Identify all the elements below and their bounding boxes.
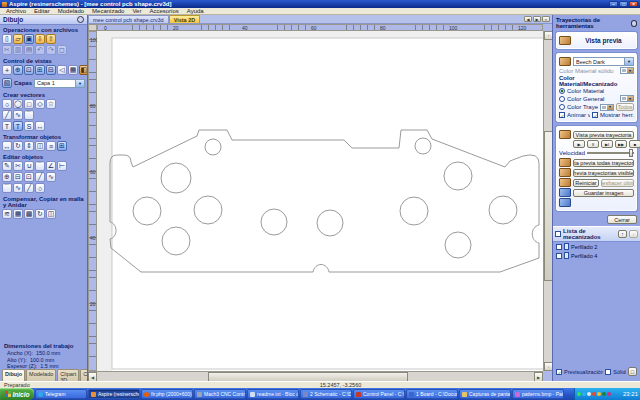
move-down-icon[interactable]: ↓ xyxy=(629,230,638,238)
draw-arc-icon[interactable]: ⌒ xyxy=(24,110,34,120)
slice-icon[interactable]: ╱ xyxy=(35,172,45,182)
switch-view-icon[interactable]: ◧ xyxy=(79,65,88,75)
zoom-previous-icon[interactable]: ◁ xyxy=(57,65,67,75)
speed-slider[interactable] xyxy=(587,149,634,157)
solid-color-select[interactable]: ▼ xyxy=(620,67,634,74)
move-up-icon[interactable]: ↑ xyxy=(618,230,627,238)
pause-icon[interactable]: II xyxy=(587,140,599,148)
toolpath-visible-checkbox[interactable] xyxy=(556,244,562,250)
menu-mecanizado[interactable]: Mecanizado xyxy=(88,8,128,14)
redo-icon[interactable]: ↷ xyxy=(46,45,56,55)
extend-icon[interactable]: ⊢ xyxy=(57,161,67,171)
nest-icon[interactable]: ▩ xyxy=(24,209,34,219)
preview-visible-toolpaths-button[interactable]: Previa trayectorias visibles xyxy=(573,169,634,177)
task-aspire[interactable]: Aspire (resinersche... xyxy=(88,389,140,399)
reset-button[interactable]: Reiniciar xyxy=(573,179,599,187)
save-file-icon[interactable]: ▣ xyxy=(24,34,34,44)
tray-icon-5[interactable] xyxy=(597,392,601,396)
zoom-box-icon[interactable]: ⊡ xyxy=(24,65,34,75)
pin-icon[interactable] xyxy=(77,16,84,23)
close-panel-button[interactable]: Cerrar xyxy=(607,215,637,224)
mirror-copy-icon[interactable]: ◫ xyxy=(46,209,56,219)
menu-archivo[interactable]: Archivo xyxy=(2,8,30,14)
tray-icon-4[interactable] xyxy=(592,392,596,396)
color-general-radio[interactable] xyxy=(559,96,565,102)
draw-circle-icon[interactable]: ○ xyxy=(2,99,12,109)
weld-icon[interactable]: ⊕ xyxy=(2,172,12,182)
new-file-icon[interactable]: ▯ xyxy=(2,34,12,44)
task-control-panel[interactable]: Control Panel - C:\Docu... xyxy=(353,389,405,399)
solid-checkbox[interactable] xyxy=(605,369,611,375)
tab-close-icon[interactable]: × xyxy=(542,16,550,22)
draw-text-icon[interactable]: T xyxy=(2,121,12,131)
edit-nodes-icon[interactable]: ✎ xyxy=(2,161,12,171)
subtract-icon[interactable]: ⊟ xyxy=(13,172,23,182)
tray-icon-3[interactable] xyxy=(587,392,591,396)
speed-slider-knob[interactable] xyxy=(629,149,633,157)
layer-select[interactable]: Capa 1 ▼ xyxy=(34,79,85,88)
import-vectors-icon[interactable]: ⇩ xyxy=(35,34,45,44)
tray-icon-2[interactable] xyxy=(582,392,586,396)
task-telegram[interactable]: Telegram xyxy=(35,389,87,399)
array-copy-icon[interactable]: ▦ xyxy=(13,209,23,219)
fillet-icon[interactable]: ⌒ xyxy=(35,161,45,171)
draw-polyline-icon[interactable]: ╱ xyxy=(2,110,12,120)
view-2d-tab[interactable]: Vista 2D xyxy=(169,15,201,23)
start-button[interactable]: Inicio xyxy=(0,388,34,400)
minimize-icon[interactable]: − xyxy=(609,1,618,7)
move-icon[interactable]: ↔ xyxy=(2,141,12,151)
tile-views-icon[interactable]: ▦ xyxy=(68,65,78,75)
general-color-select[interactable]: ▼ xyxy=(620,95,634,102)
toolpath-item[interactable]: Perfilado 4 xyxy=(553,251,640,260)
fit-curve-icon[interactable]: ∿ xyxy=(13,183,23,193)
toolpath-visible-checkbox[interactable] xyxy=(556,253,562,259)
intersect-icon[interactable]: ⊡ xyxy=(24,172,34,182)
animate-preview-checkbox[interactable]: ✓ xyxy=(559,112,565,118)
title-bar[interactable]: Aspire (resinerschemes) - [mee control p… xyxy=(0,0,640,8)
menu-editar[interactable]: Editar xyxy=(30,8,54,14)
draw-rectangle-icon[interactable]: □ xyxy=(24,99,34,109)
group-icon[interactable]: ⊞ xyxy=(57,141,67,151)
open-file-icon[interactable]: ▱ xyxy=(13,34,23,44)
draw-ellipse-icon[interactable]: ◯ xyxy=(13,99,23,109)
task-mach3[interactable]: Mach3 CNC Controller xyxy=(194,389,246,399)
show-tool-checkbox[interactable]: ✓ xyxy=(592,112,598,118)
toolpath-list-checkbox[interactable] xyxy=(555,231,561,237)
pan-icon[interactable]: + xyxy=(2,65,12,75)
tab-scroll-right-icon[interactable]: ▶ xyxy=(533,16,541,22)
fit-arc-icon[interactable]: ⌒ xyxy=(2,183,12,193)
export-vectors-icon[interactable]: ⇧ xyxy=(46,34,56,44)
document-tab[interactable]: mee control pcb shape.crv3d xyxy=(88,15,169,23)
task-browser-image[interactable]: fir.php (2000×600) - Go... xyxy=(141,389,193,399)
rotate-copy-icon[interactable]: ↻ xyxy=(35,209,45,219)
play-icon[interactable]: ▶ xyxy=(573,140,585,148)
align-icon[interactable]: ≡ xyxy=(46,141,56,151)
tray-icon-6[interactable] xyxy=(602,392,606,396)
panel-footer-button[interactable]: □ xyxy=(628,367,637,376)
delete-icon[interactable]: ◻ xyxy=(57,45,67,55)
rotate-icon[interactable]: ↻ xyxy=(13,141,23,151)
color-material-radio[interactable] xyxy=(559,88,565,94)
toolpath-item[interactable]: Perfilado 2 xyxy=(553,242,640,251)
pin-icon[interactable] xyxy=(631,20,637,27)
measure-icon[interactable]: ∠ xyxy=(46,161,56,171)
simplify-icon[interactable]: ∿ xyxy=(46,172,56,182)
chevron-down-icon[interactable]: ▼ xyxy=(75,80,84,87)
zoom-selected-icon[interactable]: ⊟ xyxy=(46,65,56,75)
stop-icon[interactable]: ■ xyxy=(629,140,640,148)
maximize-icon[interactable]: □ xyxy=(619,1,628,7)
menu-ver[interactable]: Ver xyxy=(128,8,145,14)
task-notepad[interactable]: readme.txt - Bloc de notas xyxy=(247,389,299,399)
step-forward-icon[interactable]: ▶I xyxy=(601,140,613,148)
undo-icon[interactable]: ↶ xyxy=(35,45,45,55)
scale-icon[interactable]: ⇕ xyxy=(24,141,34,151)
text-box-icon[interactable]: T xyxy=(13,121,23,131)
preview-all-toolpaths-button[interactable]: Vista previa todas trayectorias xyxy=(573,159,634,167)
material-select[interactable]: Beech Dark ▼ xyxy=(573,57,634,66)
close-vector-icon[interactable]: ○ xyxy=(35,183,45,193)
tray-icon-1[interactable] xyxy=(577,392,581,396)
draw-curve-icon[interactable]: ∿ xyxy=(13,110,23,120)
text-spacing-icon[interactable]: ↔ xyxy=(35,121,45,131)
task-board[interactable]: 1 Board - C:\Documents ... xyxy=(406,389,458,399)
tab-scroll-left-icon[interactable]: ◀ xyxy=(524,16,532,22)
